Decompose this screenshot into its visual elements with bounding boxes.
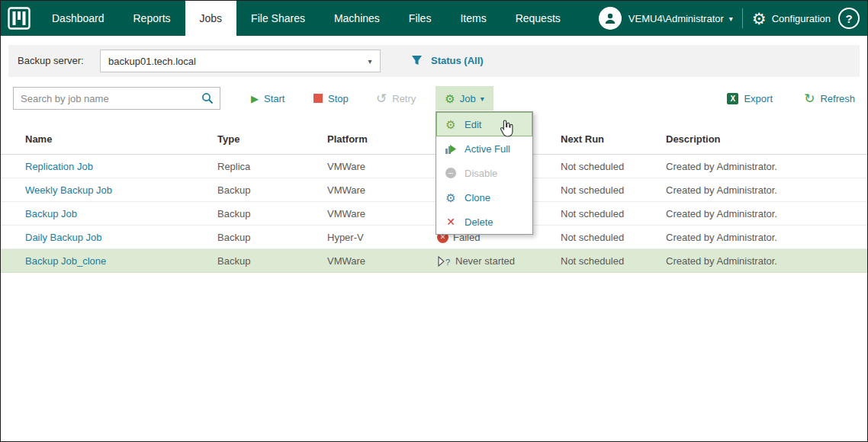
column-header-description[interactable]: Description — [666, 124, 721, 155]
configuration-gear-icon[interactable]: ⚙ — [752, 11, 767, 27]
menu-item-label: Active Full — [465, 143, 510, 155]
nav-item-file-shares[interactable]: File Shares — [236, 1, 320, 36]
column-header-type[interactable]: Type — [217, 124, 240, 155]
job-description-cell: Created by Administrator. — [666, 202, 777, 226]
job-description-cell: Created by Administrator. — [666, 226, 777, 249]
job-next-run-cell: Not scheduled — [561, 155, 624, 178]
filter-bar: Backup server: backup01.tech.local ▾ Sta… — [8, 45, 860, 77]
svg-text:?: ? — [445, 257, 450, 266]
job-type-cell: Backup — [217, 249, 250, 273]
job-next-run-cell: Not scheduled — [561, 178, 624, 202]
job-menu-button[interactable]: ⚙ Job ▾ — [436, 86, 493, 110]
person-icon — [603, 11, 617, 25]
column-header-name[interactable]: Name — [25, 124, 52, 155]
status-filter-funnel-icon[interactable] — [411, 55, 423, 69]
backup-server-selected-value: backup01.tech.local — [101, 56, 360, 67]
job-dropdown-menu: ⚙ Edit Active Full − Disable ⚙ Clone ✕ D… — [436, 111, 533, 235]
job-gear-icon: ⚙ — [445, 93, 455, 104]
refresh-button[interactable]: ↻ Refresh — [804, 86, 855, 110]
job-next-run-cell: Not scheduled — [561, 226, 624, 249]
job-chevron-down-icon: ▾ — [481, 94, 484, 103]
backup-server-select[interactable]: backup01.tech.local ▾ — [100, 50, 381, 72]
menu-item-label: Disable — [465, 168, 497, 179]
refresh-label: Refresh — [820, 93, 855, 104]
stop-label: Stop — [328, 93, 349, 104]
menu-item-edit[interactable]: ⚙ Edit — [436, 112, 532, 136]
nav-item-files[interactable]: Files — [394, 1, 446, 36]
table-row[interactable]: Backup Job Backup VMWare Not scheduled C… — [1, 202, 867, 226]
start-button[interactable]: ▶ Start — [251, 86, 285, 110]
job-name-link[interactable]: Weekly Backup Job — [25, 178, 112, 202]
never-started-status-icon: ? — [437, 256, 451, 267]
menu-item-delete[interactable]: ✕ Delete — [436, 210, 532, 234]
export-label: Export — [744, 93, 773, 104]
job-type-cell: Backup — [217, 202, 250, 226]
job-type-cell: Backup — [217, 226, 250, 249]
menu-item-clone[interactable]: ⚙ Clone — [436, 185, 532, 210]
menu-item-label: Edit — [465, 119, 481, 130]
menu-item-active-full[interactable]: Active Full — [436, 136, 532, 161]
help-button[interactable]: ? — [838, 8, 860, 29]
table-row[interactable]: Replication Job Replica VMWare Not sched… — [1, 155, 867, 178]
job-description-cell: Created by Administrator. — [666, 178, 777, 202]
jobs-table-header: Name Type Platform Next Run Description — [1, 124, 867, 155]
job-description-cell: Created by Administrator. — [666, 155, 777, 178]
user-menu-label[interactable]: VEMU4\Administrator — [628, 13, 724, 24]
job-status-cell: ? Never started — [437, 249, 515, 273]
nav-item-reports[interactable]: Reports — [119, 1, 185, 36]
job-platform-cell: VMWare — [327, 202, 365, 226]
active-full-icon — [444, 143, 458, 155]
excel-export-icon: X — [727, 93, 738, 104]
job-name-link[interactable]: Daily Backup Job — [25, 226, 101, 249]
job-type-cell: Replica — [217, 155, 250, 178]
nav-item-requests[interactable]: Requests — [501, 1, 575, 36]
job-name-link[interactable]: Backup Job — [25, 202, 77, 226]
disable-circle-icon: − — [445, 168, 456, 178]
table-row[interactable]: Weekly Backup Job Backup VMWare Not sche… — [1, 178, 867, 202]
job-next-run-cell: Not scheduled — [561, 202, 624, 226]
column-header-next-run[interactable]: Next Run — [561, 124, 604, 155]
job-type-cell: Backup — [217, 178, 250, 202]
user-chevron-down-icon[interactable]: ▾ — [729, 14, 733, 23]
nav-item-dashboard[interactable]: Dashboard — [37, 1, 119, 36]
status-filter-link[interactable]: Status (All) — [431, 45, 484, 77]
table-row-selected[interactable]: Backup Job_clone Backup VMWare ? Never s… — [1, 249, 867, 273]
table-row[interactable]: Daily Backup Job Backup Hyper-V ✕ Failed… — [1, 226, 867, 249]
retry-arrow-icon: ↺ — [376, 92, 387, 105]
edit-gear-icon: ⚙ — [445, 119, 455, 130]
job-platform-cell: VMWare — [327, 155, 365, 178]
job-platform-cell: Hyper-V — [327, 226, 364, 249]
stop-button[interactable]: Stop — [313, 86, 349, 110]
app-logo[interactable] — [1, 1, 37, 36]
user-avatar[interactable] — [599, 7, 622, 30]
clone-gear-icon: ⚙ — [445, 192, 455, 203]
job-name-link[interactable]: Backup Job_clone — [25, 249, 106, 273]
backup-server-label: Backup server: — [18, 45, 84, 77]
refresh-icon: ↻ — [804, 92, 815, 105]
nav-divider — [742, 8, 743, 28]
help-icon: ? — [845, 12, 852, 25]
retry-label: Retry — [392, 93, 416, 104]
search-box — [13, 87, 220, 110]
search-input[interactable] — [14, 93, 201, 104]
nav-right-group: VEMU4\Administrator ▾ ⚙ Configuration ? — [599, 1, 867, 36]
nav-item-items[interactable]: Items — [445, 1, 500, 36]
enterprise-manager-window: Dashboard Reports Jobs File Shares Machi… — [0, 0, 868, 442]
veeam-logo-icon — [8, 7, 31, 30]
job-platform-cell: VMWare — [327, 178, 365, 202]
column-header-platform[interactable]: Platform — [327, 124, 368, 155]
job-status-text: Never started — [455, 249, 515, 273]
job-name-link[interactable]: Replication Job — [25, 155, 93, 178]
top-navigation: Dashboard Reports Jobs File Shares Machi… — [1, 1, 867, 36]
menu-item-label: Clone — [465, 192, 490, 203]
start-label: Start — [264, 93, 285, 104]
delete-x-icon: ✕ — [446, 216, 455, 227]
search-icon[interactable] — [201, 92, 214, 104]
export-button[interactable]: X Export — [727, 86, 773, 110]
job-label: Job — [460, 93, 476, 104]
stop-square-icon — [313, 94, 323, 103]
nav-item-jobs[interactable]: Jobs — [185, 1, 237, 36]
nav-item-machines[interactable]: Machines — [320, 1, 394, 36]
job-platform-cell: VMWare — [327, 249, 365, 273]
configuration-label[interactable]: Configuration — [772, 13, 831, 24]
